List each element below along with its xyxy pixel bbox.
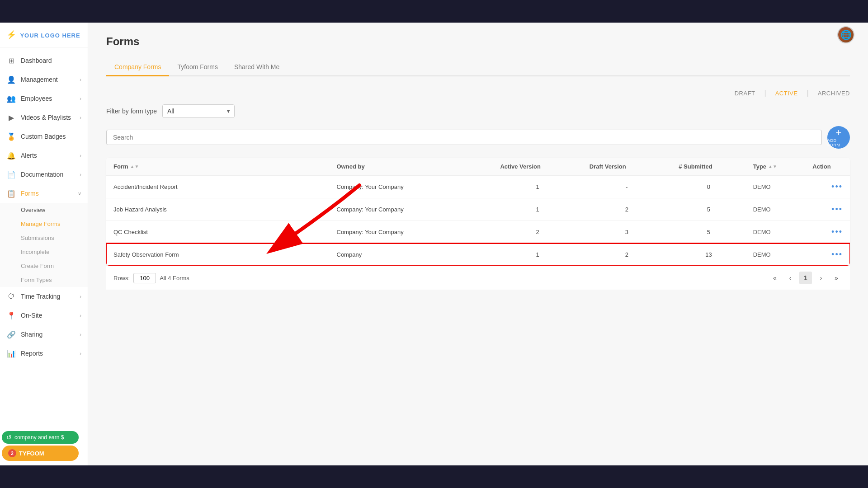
add-form-label: ADD FORM — [827, 138, 850, 147]
active-version-4: 1 — [493, 244, 582, 266]
sidebar-label-reports: Reports — [21, 350, 80, 357]
sidebar-label-videos: Videos & Playlists — [21, 114, 80, 121]
tab-company-forms[interactable]: Company Forms — [106, 59, 169, 76]
rows-selector: Rows: All 4 Forms — [113, 273, 189, 283]
add-form-button[interactable]: + ADD FORM — [827, 126, 850, 149]
dashboard-icon: ⊞ — [6, 56, 16, 66]
table-header: Form ▲▼ Owned by Active Version Draft Ve… — [106, 158, 850, 176]
sidebar-item-forms[interactable]: 📋 Forms ∨ — [0, 184, 88, 203]
status-draft[interactable]: DRAFT — [735, 90, 755, 97]
pagination: « ‹ 1 › » — [769, 272, 843, 284]
sidebar-item-alerts[interactable]: 🔔 Alerts › — [0, 146, 88, 165]
rows-label: Rows: — [113, 275, 130, 282]
sidebar-item-sharing[interactable]: 🔗 Sharing › — [0, 325, 88, 344]
action-3: ••• — [805, 221, 850, 244]
user-avatar[interactable]: 🌐 — [837, 26, 854, 43]
sort-type-icon: ▲▼ — [768, 164, 777, 169]
sidebar-item-badges[interactable]: 🏅 Custom Badges — [0, 127, 88, 146]
page-first-button[interactable]: « — [769, 272, 781, 284]
tab-tyfoom-forms[interactable]: Tyfoom Forms — [169, 59, 226, 76]
chevron-videos-icon: › — [80, 115, 81, 120]
sidebar-item-videos[interactable]: ▶ Videos & Playlists › — [0, 108, 88, 127]
action-dots-2[interactable]: ••• — [831, 205, 843, 214]
page-next-button[interactable]: › — [815, 272, 827, 284]
sidebar-item-on-site[interactable]: 📍 On-Site › — [0, 306, 88, 325]
logo-area: ⚡ YOUR LOGO HERE — [0, 23, 88, 47]
sort-form-icon: ▲▼ — [130, 164, 139, 169]
th-action: Action — [805, 158, 850, 176]
draft-version-2: 2 — [582, 198, 671, 221]
sub-item-submissions[interactable]: Submissions — [0, 231, 88, 245]
th-type: Type ▲▼ — [746, 158, 806, 176]
sidebar-label-documentation: Documentation — [21, 171, 80, 178]
promo-bar: ↺ company and earn $ 2 TYFOOM — [2, 431, 79, 461]
documentation-icon: 📄 — [6, 169, 16, 179]
alerts-icon: 🔔 — [6, 150, 16, 160]
owned-by-3: Company: Your Company — [330, 221, 493, 244]
th-form: Form ▲▼ — [106, 158, 330, 176]
chevron-onsite-icon: › — [80, 313, 81, 318]
owned-by-1: Company: Your Company — [330, 176, 493, 198]
search-input[interactable] — [106, 130, 822, 145]
sidebar-label-management: Management — [21, 76, 80, 83]
filter-select[interactable]: All Safety HR Quality — [162, 104, 235, 118]
sort-type[interactable]: Type ▲▼ — [753, 163, 777, 170]
forms-count: All 4 Forms — [160, 275, 189, 282]
sidebar-item-reports[interactable]: 📊 Reports › — [0, 344, 88, 363]
sub-item-form-types[interactable]: Form Types — [0, 273, 88, 287]
tab-shared-with-me[interactable]: Shared With Me — [226, 59, 288, 76]
type-1: DEMO — [746, 176, 806, 198]
sidebar-item-documentation[interactable]: 📄 Documentation › — [0, 165, 88, 184]
draft-version-4: 2 — [582, 244, 671, 266]
action-4: ••• — [805, 244, 850, 266]
status-archived[interactable]: ARCHIVED — [818, 90, 850, 97]
sub-item-incomplete[interactable]: Incomplete — [0, 245, 88, 259]
rows-input[interactable] — [133, 273, 156, 283]
top-bar — [0, 0, 868, 23]
owned-by-4: Company — [330, 244, 493, 266]
page-last-button[interactable]: » — [830, 272, 843, 284]
form-name-3: QC Checklist — [106, 221, 330, 244]
sidebar-nav: ⊞ Dashboard 👤 Management › 👥 Employees ›… — [0, 47, 88, 465]
active-version-1: 1 — [493, 176, 582, 198]
th-draft-version: Draft Version — [582, 158, 671, 176]
action-dots-4[interactable]: ••• — [831, 250, 843, 259]
lightning-icon: ⚡ — [6, 30, 16, 39]
filter-row: Filter by form type All Safety HR Qualit… — [106, 104, 850, 118]
active-version-3: 2 — [493, 221, 582, 244]
search-add-row: + ADD FORM — [106, 126, 850, 149]
sub-item-create-form[interactable]: Create Form — [0, 259, 88, 273]
status-row: DRAFT | ACTIVE | ARCHIVED — [106, 89, 850, 97]
th-owned-by: Owned by — [330, 158, 493, 176]
chevron-reports-icon: › — [80, 351, 81, 356]
avatar-inner: 🌐 — [838, 27, 854, 42]
promo-green-button[interactable]: ↺ company and earn $ — [2, 431, 79, 444]
action-2: ••• — [805, 198, 850, 221]
sidebar-label-employees: Employees — [21, 95, 80, 102]
sidebar-item-employees[interactable]: 👥 Employees › — [0, 89, 88, 108]
sidebar-item-dashboard[interactable]: ⊞ Dashboard — [0, 51, 88, 70]
chevron-alerts-icon: › — [80, 153, 81, 158]
plus-icon: + — [836, 128, 842, 138]
sidebar-item-time-tracking[interactable]: ⏱ Time Tracking › — [0, 287, 88, 306]
sidebar-label-alerts: Alerts — [21, 152, 80, 159]
form-name-1: Accident/Incident Report — [106, 176, 330, 198]
action-dots-3[interactable]: ••• — [831, 227, 843, 236]
page-1-button[interactable]: 1 — [799, 272, 812, 284]
sidebar: ⚡ YOUR LOGO HERE ⊞ Dashboard 👤 Managemen… — [0, 23, 88, 465]
action-dots-1[interactable]: ••• — [831, 182, 843, 191]
type-2: DEMO — [746, 198, 806, 221]
time-tracking-icon: ⏱ — [6, 291, 16, 301]
page-prev-button[interactable]: ‹ — [784, 272, 797, 284]
sub-item-overview[interactable]: Overview — [0, 203, 88, 217]
submitted-2: 5 — [671, 198, 746, 221]
sidebar-item-management[interactable]: 👤 Management › — [0, 70, 88, 89]
promo-orange-button[interactable]: 2 TYFOOM — [2, 446, 79, 461]
promo-green-text: company and earn $ — [14, 434, 64, 441]
sort-form[interactable]: Form ▲▼ — [113, 163, 139, 170]
sub-item-manage-forms[interactable]: Manage Forms — [0, 217, 88, 231]
chevron-documentation-icon: › — [80, 172, 81, 177]
chevron-employees-icon: › — [80, 96, 81, 101]
status-active[interactable]: ACTIVE — [775, 90, 798, 97]
table-row: Job Hazard Analysis Company: Your Compan… — [106, 198, 850, 221]
